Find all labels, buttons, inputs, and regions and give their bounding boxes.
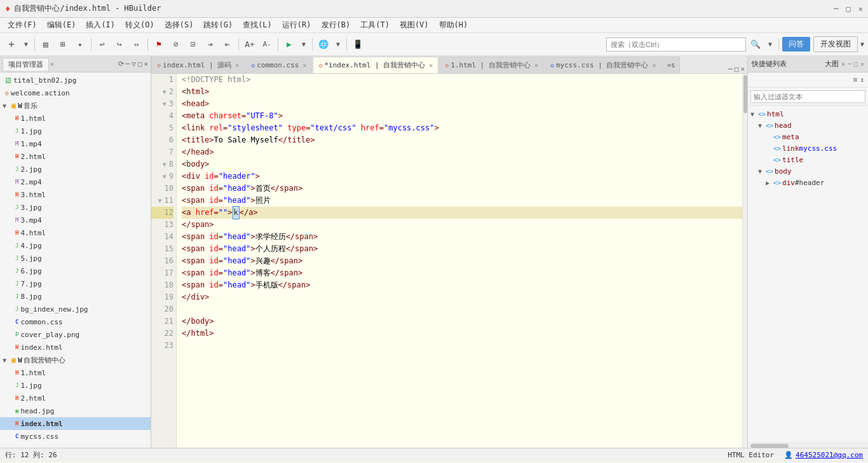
- toolbar-redo-btn[interactable]: ↪: [112, 37, 127, 52]
- list-item[interactable]: ⚙ welcome.action: [0, 86, 151, 99]
- toolbar-run-btn[interactable]: ▶: [281, 37, 297, 52]
- question-button[interactable]: 问答: [782, 37, 810, 52]
- outline-item[interactable]: <> link mycss.css: [748, 142, 868, 154]
- list-item[interactable]: M 1.mp4: [0, 137, 151, 150]
- list-item[interactable]: 🖼 tital_btn02.jpg: [0, 74, 151, 86]
- toolbar-btn9[interactable]: ⇤: [220, 37, 235, 52]
- toolbar-btn3[interactable]: ✦: [72, 37, 88, 52]
- toolbar-fontsize-dec[interactable]: A-: [259, 37, 275, 52]
- toolbar-btn5[interactable]: ⚑: [151, 37, 166, 52]
- toolbar-search-input[interactable]: [606, 38, 746, 52]
- close-btn[interactable]: ✕: [858, 4, 863, 13]
- outline-toggle[interactable]: ▼: [758, 122, 766, 129]
- menu-item-insert[interactable]: 插入(I): [81, 18, 120, 32]
- menu-item-escape[interactable]: 转义(O): [120, 18, 159, 32]
- panel-ctrl-max[interactable]: □: [138, 60, 142, 68]
- code-line-highlighted[interactable]: <a href="">k</a>: [182, 207, 742, 219]
- list-item[interactable]: J 2.jpg: [0, 163, 151, 176]
- list-item[interactable]: J 3.jpg: [0, 201, 151, 214]
- toolbar-btn8[interactable]: ⇥: [203, 37, 218, 52]
- toolbar-btn4[interactable]: ⇔: [129, 37, 144, 52]
- tab-mycss[interactable]: ◇ mycss.css | 自我营销中心 ✕: [545, 57, 662, 73]
- tab-close-btn[interactable]: ✕: [652, 62, 656, 69]
- toolbar-search-dropdown[interactable]: ▼: [765, 37, 775, 52]
- list-item[interactable]: J 1.jpg: [0, 125, 151, 137]
- panel-ctrl-collapse[interactable]: ─: [126, 60, 130, 68]
- menu-item-find[interactable]: 查找(L): [238, 18, 277, 32]
- list-item[interactable]: H index.html: [0, 417, 151, 430]
- tab-close-btn[interactable]: ✕: [534, 62, 538, 69]
- toolbar-btn7[interactable]: ⊡: [186, 37, 201, 52]
- sort-order-btn[interactable]: ↕: [860, 76, 864, 84]
- list-item[interactable]: H 3.html: [0, 188, 151, 201]
- tab-close-btn[interactable]: ✕: [235, 62, 239, 69]
- list-item[interactable]: J 7.jpg: [0, 277, 151, 290]
- outline-filter-input[interactable]: [750, 90, 865, 103]
- list-item[interactable]: J 4.jpg: [0, 239, 151, 252]
- list-item[interactable]: H 1.html: [0, 366, 151, 379]
- editor-ctrl-close[interactable]: ✕: [740, 65, 745, 73]
- outline-toggle[interactable]: ▼: [758, 168, 766, 175]
- right-panel-ctrl[interactable]: ─: [848, 60, 851, 67]
- toolbar-fontsize-inc[interactable]: A+: [242, 37, 257, 52]
- list-item[interactable]: C common.css: [0, 315, 151, 328]
- panel-ctrl-min[interactable]: ▽: [132, 60, 136, 68]
- toolbar-run-dropdown[interactable]: ▼: [299, 37, 309, 52]
- right-panel-max[interactable]: □: [854, 60, 858, 67]
- toolbar-dropdown-btn[interactable]: ▼: [21, 37, 31, 52]
- outline-item[interactable]: ▼ <> html: [748, 108, 868, 120]
- list-item[interactable]: H 2.html: [0, 392, 151, 404]
- list-item[interactable]: J 8.jpg: [0, 290, 151, 303]
- tab-index-source[interactable]: ◇ index.html | 源码 ✕: [151, 57, 245, 73]
- outline-toggle[interactable]: ▼: [750, 111, 758, 118]
- menu-item-goto[interactable]: 跳转(G): [198, 18, 238, 32]
- list-item[interactable]: J 5.jpg: [0, 252, 151, 265]
- tab-1html[interactable]: ◇ 1.html | 自我营销中心 ✕: [439, 57, 544, 73]
- menu-item-edit[interactable]: 编辑(E): [42, 18, 81, 32]
- toolbar-browser-btn[interactable]: 🌐: [316, 37, 331, 52]
- panel-ctrl-sync[interactable]: ⟳: [118, 60, 124, 68]
- right-panel-close[interactable]: ✕: [841, 60, 845, 67]
- list-item[interactable]: H index.html: [0, 341, 151, 354]
- toolbar-browser-dropdown[interactable]: ▼: [333, 37, 343, 52]
- list-item[interactable]: H 1.html: [0, 112, 151, 125]
- tab-index-active[interactable]: ◇ *index.html | 自我营销中心 ✕: [313, 57, 438, 73]
- outline-item[interactable]: ▶ <> div#header: [748, 177, 868, 188]
- list-item[interactable]: J 6.jpg: [0, 265, 151, 277]
- sort-alpha-btn[interactable]: ≡: [853, 76, 858, 84]
- outline-item[interactable]: ▼ <> head: [748, 120, 868, 131]
- outline-item[interactable]: <> meta: [748, 131, 868, 142]
- status-user-info[interactable]: 464525021@qq.com: [796, 451, 863, 459]
- list-item[interactable]: J 1.jpg: [0, 379, 151, 392]
- menu-item-run[interactable]: 运行(R): [277, 18, 316, 32]
- list-item[interactable]: ▣ head.jpg: [0, 404, 151, 417]
- list-item[interactable]: ▼ ▣ W 自我营销中心: [0, 354, 151, 366]
- list-item[interactable]: M 3.mp4: [0, 214, 151, 226]
- toolbar-btn2[interactable]: ⊞: [55, 37, 71, 52]
- toolbar-new-btn[interactable]: +: [4, 37, 19, 52]
- toolbar-undo-btn[interactable]: ↩: [95, 37, 110, 52]
- outline-toggle[interactable]: ▶: [766, 179, 773, 186]
- maximize-btn[interactable]: □: [846, 4, 851, 13]
- menu-item-help[interactable]: 帮助(H): [434, 18, 473, 32]
- toolbar-btn1[interactable]: ▤: [38, 37, 53, 52]
- toolbar-device-btn[interactable]: 📱: [350, 37, 365, 52]
- editor-scrollbar[interactable]: [742, 74, 747, 448]
- list-item[interactable]: M 2.mp4: [0, 176, 151, 188]
- outline-item[interactable]: ▼ <> body: [748, 165, 868, 177]
- list-item[interactable]: H 2.html: [0, 150, 151, 163]
- minimize-btn[interactable]: ─: [834, 4, 838, 13]
- panel-ctrl-close[interactable]: ✕: [144, 60, 148, 68]
- menu-item-view[interactable]: 视图(V): [395, 18, 434, 32]
- menu-item-file[interactable]: 文件(F): [3, 18, 42, 32]
- tab-common-css[interactable]: ◇ common.css ✕: [245, 57, 312, 73]
- list-item[interactable]: C mycss.css: [0, 430, 151, 443]
- panel-close-btn[interactable]: ✕: [50, 60, 54, 67]
- devview-button[interactable]: 开发视图: [813, 36, 858, 52]
- code-editor[interactable]: <!DOCTYPE html> <html> <head> <meta char…: [177, 74, 742, 448]
- editor-ctrl-min[interactable]: ─: [728, 65, 733, 73]
- menu-item-publish[interactable]: 发行(B): [316, 18, 356, 32]
- tab-close-btn[interactable]: ✕: [429, 62, 433, 69]
- toolbar-search-btn[interactable]: 🔍: [748, 37, 763, 52]
- tab-overflow[interactable]: »s: [662, 57, 679, 73]
